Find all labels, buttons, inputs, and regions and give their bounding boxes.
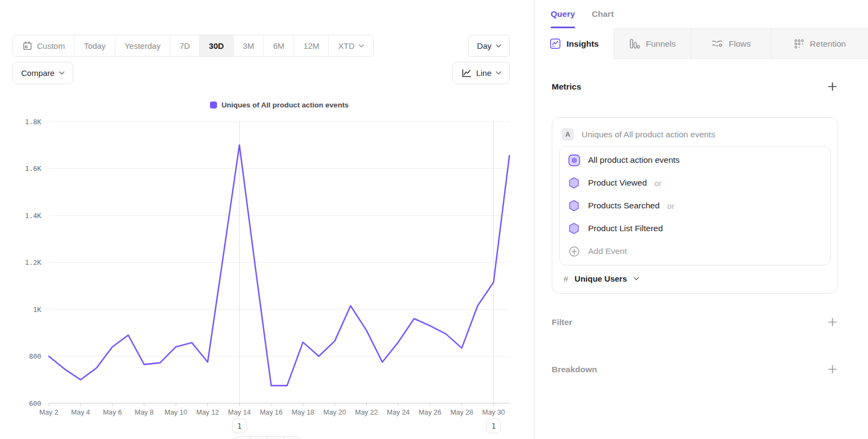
calendar-icon: [22, 41, 33, 51]
tab-query[interactable]: Query: [551, 0, 575, 28]
clipped-zoom-control[interactable]: [233, 436, 301, 439]
plus-icon: [828, 317, 837, 327]
metric-letter-badge: A: [561, 128, 574, 141]
metric-card: A Uniques of All product action events A…: [552, 117, 838, 294]
tab-chart[interactable]: Chart: [592, 0, 614, 28]
panel-tab-bar: Query Chart: [535, 0, 868, 28]
svg-text:May 4: May 4: [71, 408, 90, 416]
event-group-icon: [567, 154, 580, 167]
range-12m-button[interactable]: 12M: [294, 35, 329, 56]
insights-app: Custom Today Yesterday 7D 30D 3M 6M 12M …: [0, 0, 868, 439]
event-hexagon-icon: [567, 177, 580, 189]
event-row-product-list-filtered[interactable]: Product List Filtered: [560, 217, 830, 240]
compare-dropdown[interactable]: Compare: [12, 62, 73, 84]
range-30d-button[interactable]: 30D: [200, 35, 234, 56]
svg-text:1: 1: [237, 422, 241, 430]
svg-text:May 10: May 10: [164, 408, 187, 416]
svg-text:1K: 1K: [33, 306, 42, 314]
svg-text:600: 600: [29, 399, 41, 408]
event-row-products-searched[interactable]: Products Searched or: [560, 194, 830, 217]
report-type-tabs: Insights Funnels Flows Retention: [535, 28, 868, 59]
svg-text:May 26: May 26: [419, 408, 442, 416]
svg-text:May 16: May 16: [260, 408, 283, 416]
add-event-button[interactable]: Add Event: [560, 240, 830, 263]
breakdown-section-header: Breakdown: [552, 364, 838, 375]
line-chart[interactable]: 6008001K1.2K1.4K1.6K1.8KMay 2May 4May 6M…: [0, 98, 534, 439]
plus-icon: [828, 82, 837, 91]
line-chart-icon: [461, 68, 472, 78]
report-tab-retention[interactable]: Retention: [771, 28, 868, 59]
metric-label: Uniques of All product action events: [582, 130, 715, 139]
report-canvas: Custom Today Yesterday 7D 30D 3M 6M 12M …: [0, 0, 534, 439]
svg-text:May 28: May 28: [450, 408, 473, 416]
date-range-control: Custom Today Yesterday 7D 30D 3M 6M 12M …: [12, 35, 374, 57]
granularity-dropdown[interactable]: Day: [468, 35, 510, 57]
svg-text:May 24: May 24: [387, 408, 410, 416]
metrics-title: Metrics: [552, 82, 581, 92]
retention-icon: [794, 39, 805, 49]
svg-text:May 18: May 18: [291, 408, 314, 416]
date-toolbar: Custom Today Yesterday 7D 30D 3M 6M 12M …: [12, 35, 510, 57]
svg-text:1.6K: 1.6K: [25, 164, 42, 173]
range-6m-button[interactable]: 6M: [264, 35, 294, 56]
query-panel: Query Chart Insights Funnels Flows Reten…: [534, 0, 868, 439]
svg-text:May 6: May 6: [103, 408, 122, 416]
flows-icon: [711, 38, 723, 49]
event-list: All product action events Product Viewed…: [559, 146, 831, 265]
event-row-product-viewed[interactable]: Product Viewed or: [560, 171, 830, 194]
event-hexagon-icon: [567, 222, 580, 234]
chevron-down-icon: [634, 277, 639, 281]
metrics-section-header: Metrics: [552, 81, 838, 92]
svg-text:May 20: May 20: [323, 408, 346, 416]
plus-icon: [828, 365, 837, 374]
hash-icon: #: [564, 275, 568, 283]
svg-text:800: 800: [29, 352, 41, 360]
range-7d-button[interactable]: 7D: [170, 35, 200, 56]
range-label: Custom: [37, 41, 65, 50]
range-3m-button[interactable]: 3M: [234, 35, 264, 56]
add-filter-button[interactable]: [827, 316, 838, 328]
svg-text:May 8: May 8: [135, 408, 154, 416]
metric-header-row[interactable]: A Uniques of All product action events: [559, 125, 831, 146]
filter-section-header: Filter: [552, 316, 838, 328]
breakdown-title: Breakdown: [552, 365, 597, 374]
range-custom-button[interactable]: Custom: [13, 35, 75, 56]
plus-circle-icon: [567, 246, 580, 257]
report-tab-insights[interactable]: Insights: [535, 28, 614, 59]
chevron-down-icon: [59, 71, 65, 75]
chart-type-dropdown[interactable]: Line: [452, 62, 510, 84]
query-builder: Metrics A Uniques of All product action …: [535, 81, 868, 375]
chevron-down-icon: [496, 71, 501, 75]
svg-text:1.4K: 1.4K: [25, 212, 42, 220]
measurement-dropdown[interactable]: # Unique Users: [564, 274, 831, 283]
event-hexagon-icon: [567, 200, 580, 212]
chevron-down-icon: [359, 44, 364, 48]
chevron-down-icon: [496, 44, 501, 48]
svg-text:May 2: May 2: [40, 408, 59, 416]
range-today-button[interactable]: Today: [75, 35, 116, 56]
svg-text:1.8K: 1.8K: [25, 118, 42, 126]
svg-text:1: 1: [492, 422, 496, 430]
report-tab-funnels[interactable]: Funnels: [614, 28, 691, 59]
add-metric-button[interactable]: [827, 81, 838, 92]
insights-icon: [550, 38, 561, 49]
report-tab-flows[interactable]: Flows: [691, 28, 771, 59]
event-row-all-product-action-events[interactable]: All product action events: [560, 149, 830, 171]
filter-title: Filter: [552, 317, 572, 327]
svg-text:1.2K: 1.2K: [25, 258, 42, 266]
funnels-icon: [629, 38, 640, 49]
svg-text:May 14: May 14: [228, 408, 251, 416]
svg-text:May 22: May 22: [355, 408, 378, 416]
range-yesterday-button[interactable]: Yesterday: [116, 35, 170, 56]
svg-text:May 12: May 12: [196, 408, 219, 416]
add-breakdown-button[interactable]: [827, 364, 838, 375]
range-xtd-button[interactable]: XTD: [329, 35, 373, 56]
secondary-toolbar: Compare Line: [12, 62, 510, 84]
svg-text:May 30: May 30: [482, 408, 505, 416]
